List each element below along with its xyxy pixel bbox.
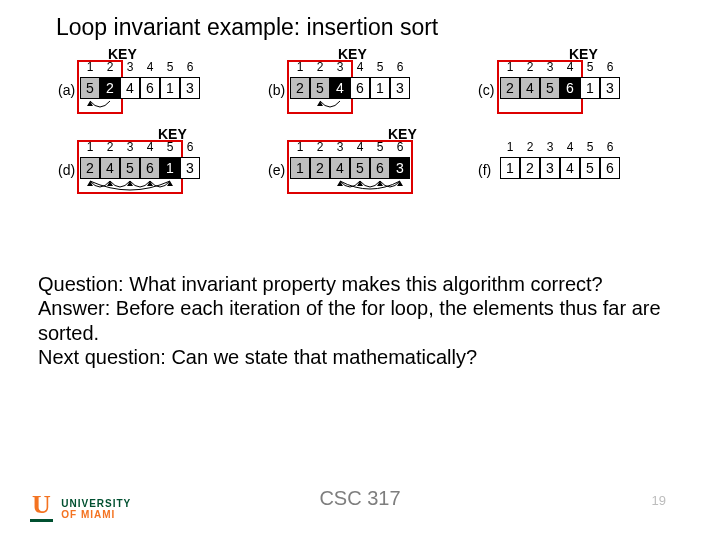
index-label: 4 bbox=[140, 140, 160, 154]
array-cell: 1 bbox=[500, 157, 520, 179]
index-label: 6 bbox=[600, 60, 620, 74]
array-cell: 4 bbox=[330, 157, 350, 179]
page-number: 19 bbox=[652, 493, 666, 508]
panel-f: (f)123456123456 bbox=[500, 140, 620, 200]
array-cell: 2 bbox=[310, 157, 330, 179]
array-cell: 6 bbox=[350, 77, 370, 99]
panel-b: (b)123456254613 bbox=[290, 60, 410, 120]
array-cell: 1 bbox=[370, 77, 390, 99]
logo-line1: UNIVERSITY bbox=[61, 498, 131, 509]
index-label: 2 bbox=[100, 60, 120, 74]
index-label: 3 bbox=[540, 60, 560, 74]
array-cell: 4 bbox=[520, 77, 540, 99]
university-logo: U UNIVERSITY OF MIAMI bbox=[30, 490, 131, 520]
index-label: 2 bbox=[310, 60, 330, 74]
index-label: 4 bbox=[140, 60, 160, 74]
index-label: 5 bbox=[160, 140, 180, 154]
array-cell: 4 bbox=[560, 157, 580, 179]
index-label: 1 bbox=[290, 60, 310, 74]
array-cell: 5 bbox=[310, 77, 330, 99]
array-cell: 4 bbox=[120, 77, 140, 99]
index-label: 5 bbox=[580, 60, 600, 74]
array-cell: 4 bbox=[330, 77, 350, 99]
index-label: 4 bbox=[560, 140, 580, 154]
index-label: 1 bbox=[80, 60, 100, 74]
index-label: 2 bbox=[310, 140, 330, 154]
index-label: 2 bbox=[520, 60, 540, 74]
index-label: 6 bbox=[390, 140, 410, 154]
array-cell: 3 bbox=[390, 157, 410, 179]
panel-label: (d) bbox=[58, 162, 75, 178]
panel-label: (a) bbox=[58, 82, 75, 98]
panel-c: (c)123456245613 bbox=[500, 60, 620, 120]
index-label: 4 bbox=[350, 140, 370, 154]
panel-label: (e) bbox=[268, 162, 285, 178]
index-label: 6 bbox=[600, 140, 620, 154]
index-label: 4 bbox=[560, 60, 580, 74]
index-label: 5 bbox=[160, 60, 180, 74]
array-cell: 1 bbox=[160, 157, 180, 179]
body-text: Question: What invariant property makes … bbox=[38, 272, 688, 370]
array-cell: 3 bbox=[180, 157, 200, 179]
index-label: 1 bbox=[80, 140, 100, 154]
array-row: 245613 bbox=[500, 77, 620, 99]
index-label: 5 bbox=[370, 60, 390, 74]
array-cell: 3 bbox=[540, 157, 560, 179]
panel-label: (b) bbox=[268, 82, 285, 98]
array-cell: 2 bbox=[290, 77, 310, 99]
index-label: 1 bbox=[290, 140, 310, 154]
index-label: 6 bbox=[180, 60, 200, 74]
array-row: 254613 bbox=[290, 77, 410, 99]
index-label: 6 bbox=[390, 60, 410, 74]
logo-line2: OF MIAMI bbox=[61, 509, 131, 520]
array-cell: 5 bbox=[540, 77, 560, 99]
index-label: 4 bbox=[350, 60, 370, 74]
array-cell: 6 bbox=[560, 77, 580, 99]
array-cell: 1 bbox=[580, 77, 600, 99]
array-cell: 6 bbox=[600, 157, 620, 179]
index-label: 5 bbox=[370, 140, 390, 154]
question-text: Question: What invariant property makes … bbox=[38, 273, 603, 295]
index-label: 3 bbox=[330, 140, 350, 154]
array-cell: 2 bbox=[80, 157, 100, 179]
answer-text: Answer: Before each iteration of the for… bbox=[38, 297, 661, 343]
panel-label: (f) bbox=[478, 162, 491, 178]
array-cell: 5 bbox=[80, 77, 100, 99]
array-cell: 3 bbox=[180, 77, 200, 99]
logo-u-icon: U bbox=[30, 490, 53, 522]
index-label: 1 bbox=[500, 140, 520, 154]
array-cell: 2 bbox=[500, 77, 520, 99]
panel-a: (a)123456524613 bbox=[80, 60, 200, 120]
array-cell: 5 bbox=[120, 157, 140, 179]
index-label: 6 bbox=[180, 140, 200, 154]
array-cell: 1 bbox=[160, 77, 180, 99]
index-label: 5 bbox=[580, 140, 600, 154]
index-label: 3 bbox=[540, 140, 560, 154]
index-label: 3 bbox=[120, 140, 140, 154]
array-cell: 2 bbox=[520, 157, 540, 179]
panel-label: (c) bbox=[478, 82, 494, 98]
array-cell: 6 bbox=[140, 77, 160, 99]
panel-e: (e)123456124563 bbox=[290, 140, 410, 200]
array-row: 124563 bbox=[290, 157, 410, 179]
array-row: 245613 bbox=[80, 157, 200, 179]
slide-title: Loop invariant example: insertion sort bbox=[56, 14, 438, 41]
panel-d: (d)123456245613 bbox=[80, 140, 200, 200]
array-cell: 5 bbox=[350, 157, 370, 179]
array-row: 524613 bbox=[80, 77, 200, 99]
index-label: 1 bbox=[500, 60, 520, 74]
index-label: 2 bbox=[100, 140, 120, 154]
array-cell: 1 bbox=[290, 157, 310, 179]
array-cell: 6 bbox=[140, 157, 160, 179]
array-cell: 3 bbox=[390, 77, 410, 99]
index-label: 3 bbox=[120, 60, 140, 74]
array-cell: 2 bbox=[100, 77, 120, 99]
array-row: 123456 bbox=[500, 157, 620, 179]
array-cell: 4 bbox=[100, 157, 120, 179]
index-label: 3 bbox=[330, 60, 350, 74]
array-cell: 3 bbox=[600, 77, 620, 99]
array-cell: 6 bbox=[370, 157, 390, 179]
next-question-text: Next question: Can we state that mathema… bbox=[38, 346, 477, 368]
index-label: 2 bbox=[520, 140, 540, 154]
array-cell: 5 bbox=[580, 157, 600, 179]
